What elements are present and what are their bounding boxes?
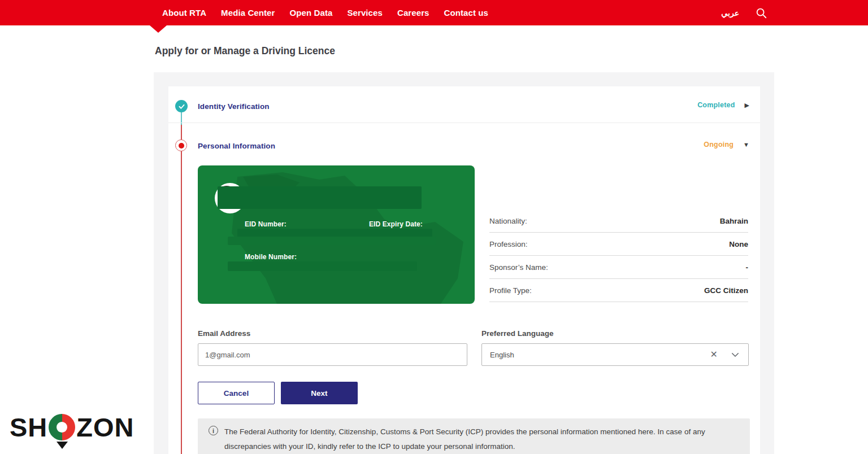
- content-panel: Identity Verification Completed ▶ Person…: [154, 72, 774, 454]
- main-menu: About RTA Media Center Open Data Service…: [0, 8, 488, 18]
- preferred-language-select[interactable]: English ✕: [481, 343, 749, 366]
- nav-item-media-center[interactable]: Media Center: [221, 8, 275, 18]
- sponsor-name-value: -: [746, 263, 749, 272]
- nav-active-caret-icon: [150, 25, 167, 33]
- nav-item-services[interactable]: Services: [347, 8, 383, 18]
- current-step-icon: [175, 139, 187, 151]
- shozon-logo-text-right: ZON: [76, 414, 134, 440]
- shozon-logo-pin-icon: [49, 414, 75, 440]
- mobile-number-label: Mobile Number:: [245, 253, 297, 261]
- info-icon: i: [209, 426, 218, 435]
- profile-row-sponsor: Sponsor’s Name: -: [489, 256, 748, 279]
- email-address-label: Email Address: [198, 329, 250, 338]
- icp-notice-text: The Federal Authority for Identity, Citi…: [198, 418, 750, 454]
- nav-item-careers[interactable]: Careers: [397, 8, 429, 18]
- step-personal-information-label: Personal Information: [198, 142, 275, 150]
- check-circle-icon: [175, 100, 188, 112]
- nav-item-contact-us[interactable]: Contact us: [444, 8, 489, 18]
- profile-info-panel: Nationality: Bahrain Profession: None Sp…: [489, 209, 748, 302]
- profession-label: Profession:: [489, 240, 528, 248]
- preferred-language-label: Preferred Language: [481, 329, 554, 338]
- step-connector-ongoing: [181, 125, 182, 454]
- nationality-label: Nationality:: [489, 217, 527, 225]
- redaction-bar-wide: [228, 237, 436, 245]
- profile-row-profile-type: Profile Type: GCC Citizen: [489, 279, 748, 302]
- profile-type-value: GCC Citizen: [704, 286, 748, 295]
- preferred-language-value: English: [490, 351, 710, 359]
- chevron-right-icon[interactable]: ▶: [745, 102, 749, 108]
- icp-notice: i The Federal Authority for Identity, Ci…: [198, 418, 750, 454]
- clear-icon[interactable]: ✕: [710, 350, 718, 359]
- step-divider: [168, 123, 760, 123]
- profile-type-label: Profile Type:: [489, 286, 532, 295]
- chevron-down-icon[interactable]: [730, 350, 740, 360]
- status-badge-completed: Completed: [697, 101, 735, 109]
- status-badge-ongoing: Ongoing: [704, 141, 734, 149]
- search-icon[interactable]: [755, 7, 767, 19]
- nav-item-about-rta[interactable]: About RTA: [162, 8, 206, 18]
- step-identity-verification-label: Identity Verification: [198, 102, 270, 111]
- eid-number-label: EID Number:: [245, 220, 287, 228]
- cancel-button[interactable]: Cancel: [198, 382, 275, 404]
- redaction-bar-name: [218, 186, 422, 209]
- shozon-logo-text-left: SH: [10, 414, 47, 440]
- step-identity-verification-toggle[interactable]: Completed ▶: [697, 101, 749, 109]
- step-personal-information-toggle[interactable]: Ongoing ▼: [704, 141, 749, 149]
- nav-right-tools: عربي: [721, 7, 767, 19]
- chevron-down-icon[interactable]: ▼: [743, 142, 749, 148]
- shozon-logo: SH ZON: [10, 414, 134, 440]
- sponsor-name-label: Sponsor’s Name:: [489, 263, 548, 272]
- email-field[interactable]: [198, 343, 467, 366]
- page-title: Apply for or Manage a Driving Licence: [155, 45, 335, 57]
- wizard-card: Identity Verification Completed ▶ Person…: [168, 86, 760, 454]
- nav-item-open-data[interactable]: Open Data: [290, 8, 333, 18]
- language-toggle[interactable]: عربي: [721, 8, 739, 18]
- next-button[interactable]: Next: [281, 382, 358, 404]
- nationality-value: Bahrain: [720, 217, 748, 225]
- top-navigation: About RTA Media Center Open Data Service…: [0, 0, 868, 25]
- profession-value: None: [729, 240, 748, 248]
- eid-expiry-label: EID Expiry Date:: [369, 220, 423, 228]
- redaction-bar-mobile: [228, 261, 417, 271]
- profile-row-profession: Profession: None: [489, 233, 748, 256]
- emirates-id-card: EID Number: EID Expiry Date: Mobile Numb…: [198, 165, 475, 304]
- profile-row-nationality: Nationality: Bahrain: [489, 209, 748, 233]
